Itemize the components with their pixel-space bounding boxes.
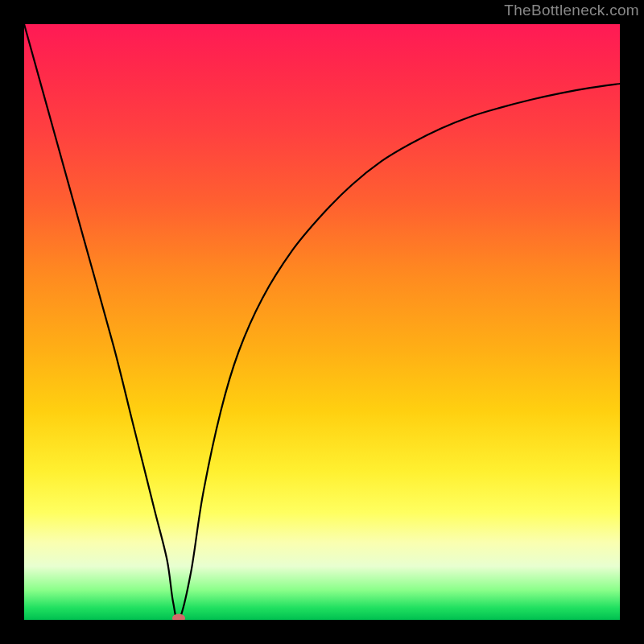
watermark-text: TheBottleneck.com [504,2,639,19]
plot-area [24,24,620,620]
minimum-point-marker [172,614,185,621]
bottleneck-curve [24,24,620,620]
chart-frame: TheBottleneck.com [0,0,644,644]
